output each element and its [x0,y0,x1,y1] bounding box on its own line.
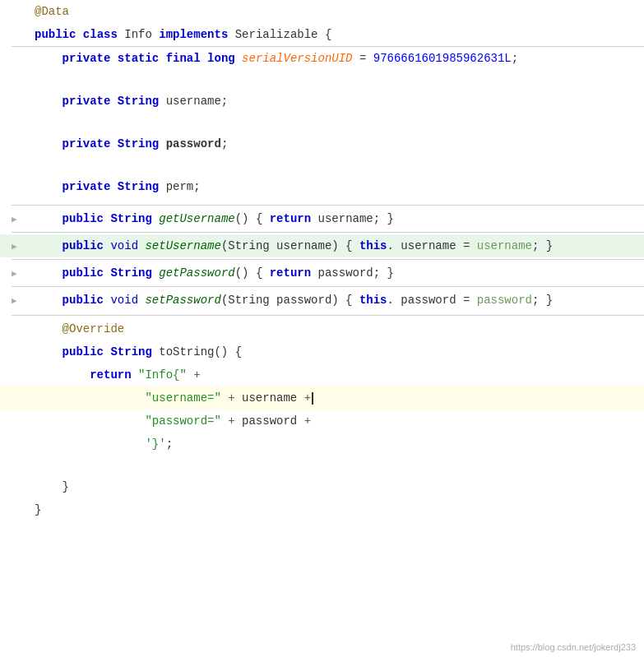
line-return-info: return "Info{" + [0,363,644,386]
fold-indicator-get-username[interactable]: ▶ [12,214,17,224]
code-close-tostring: } [12,477,69,497]
code-tostring-decl: public String toString() { [12,342,242,362]
code-class-decl: public class Info implements Serializabl… [12,25,331,44]
line-blank3 [0,155,644,175]
line-serial: private static final long serialVersionU… [0,47,644,70]
line-blank2 [0,113,644,132]
code-field-username: private String username; [12,91,228,111]
code-close-brace-str: '}'; [12,434,173,454]
code-serial: private static final long serialVersionU… [12,49,518,68]
line-class-decl: public class Info implements Serializabl… [0,23,644,46]
line-blank1 [0,70,644,90]
line-field-perm: private String perm; [0,175,644,198]
line-blank4 [0,456,644,475]
line-get-password: ▶ public String getPassword() { return p… [0,261,644,285]
code-close-class: } [12,500,41,520]
code-override: @Override [12,319,124,339]
line-close-tostring: } [0,475,644,498]
code-password-concat: "password=" + password + [12,411,311,431]
code-editor: @Data public class Info implements Seria… [0,0,644,657]
line-override: @Override [0,317,644,340]
code-get-username: public String getUsername() { return use… [12,209,394,229]
code-set-password: public void setPassword(String password)… [12,290,553,310]
line-close-brace-str: '}'; [0,433,644,456]
line-field-password: private String password; [0,132,644,155]
line-password-concat: "password=" + password + [0,409,644,433]
code-field-password: private String password; [12,134,228,154]
line-get-username: ▶ public String getUsername() { return u… [0,207,644,230]
code-set-username: public void setUsername(String username)… [12,236,553,256]
line-annotation-data: @Data [0,0,644,23]
line-field-username: private String username; [0,90,644,113]
code-field-perm: private String perm; [12,177,201,197]
fold-indicator-set-password[interactable]: ▶ [12,295,17,306]
watermark: https://blog.csdn.net/jokerdj233 [511,642,636,652]
line-close-class: } [0,498,644,521]
fold-indicator-get-password[interactable]: ▶ [12,268,17,279]
line-tostring-decl: public String toString() { [0,340,644,363]
code-annotation-data: @Data [12,2,69,21]
code-return-info: return "Info{" + [12,365,201,385]
fold-indicator-set-username[interactable]: ▶ [12,241,17,252]
code-get-password: public String getPassword() { return pas… [12,263,394,283]
line-set-username: ▶ public void setUsername(String usernam… [0,234,644,257]
line-set-password: ▶ public void setPassword(String passwor… [0,289,644,312]
line-username-concat: "username=" + username + [0,386,644,409]
code-username-concat: "username=" + username + [12,388,313,408]
